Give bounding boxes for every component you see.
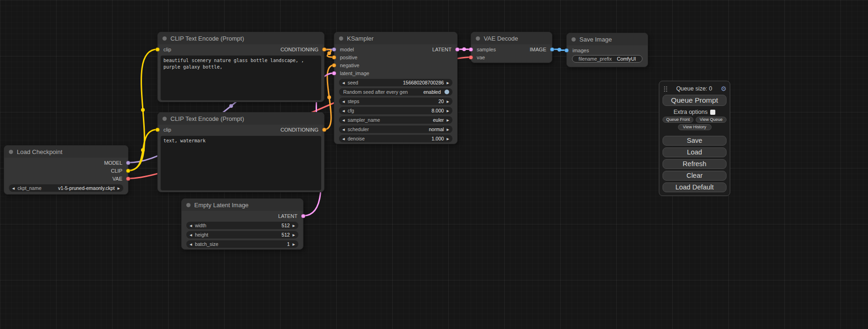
increment-arrow-icon[interactable]: ▶ xyxy=(447,100,449,103)
increment-arrow-icon[interactable]: ▶ xyxy=(118,187,120,190)
settings-gear-icon[interactable]: ⚙ xyxy=(720,85,727,92)
output-slot-clip[interactable] xyxy=(126,168,130,173)
node-title: Load Checkpoint xyxy=(17,148,63,155)
decrement-arrow-icon[interactable]: ◀ xyxy=(342,109,345,112)
collapse-dot-icon[interactable] xyxy=(162,117,167,121)
input-slot-model[interactable] xyxy=(332,47,336,51)
input-slot-clip[interactable] xyxy=(155,47,160,51)
widget-filename-prefix[interactable]: filename_prefix ComfyUI xyxy=(572,55,642,63)
input-slot-clip[interactable] xyxy=(155,127,160,132)
widget-width[interactable]: ◀ width 512 ▶ xyxy=(186,222,298,229)
input-slot-samples[interactable] xyxy=(469,47,473,51)
save-button[interactable]: Save xyxy=(663,136,727,146)
widget-sampler-name[interactable]: ◀ sampler_name euler ▶ xyxy=(339,116,452,124)
refresh-button[interactable]: Refresh xyxy=(663,159,727,169)
node-title-bar[interactable]: Load Checkpoint xyxy=(4,146,128,158)
output-slot-image[interactable] xyxy=(550,47,554,51)
widget-batch-size[interactable]: ◀ batch_size 1 ▶ xyxy=(186,240,298,248)
collapse-dot-icon[interactable] xyxy=(476,36,480,41)
node-clip-text-encode-positive[interactable]: CLIP Text Encode (Prompt) clip CONDITION… xyxy=(157,32,325,102)
widget-steps[interactable]: ◀ steps 20 ▶ xyxy=(339,98,452,105)
node-title-bar[interactable]: CLIP Text Encode (Prompt) xyxy=(158,112,324,125)
decrement-arrow-icon[interactable]: ◀ xyxy=(190,243,192,246)
widget-denoise[interactable]: ◀ denoise 1.000 ▶ xyxy=(339,135,452,142)
slot-row: CLIP xyxy=(4,167,128,175)
node-title-bar[interactable]: KSampler xyxy=(334,32,457,44)
extra-options-label: Extra options xyxy=(674,109,708,115)
view-history-button[interactable]: View History xyxy=(678,124,712,130)
decrement-arrow-icon[interactable]: ◀ xyxy=(342,137,345,140)
decrement-arrow-icon[interactable]: ◀ xyxy=(342,128,345,131)
increment-arrow-icon[interactable]: ▶ xyxy=(447,137,449,140)
input-slot-negative[interactable] xyxy=(332,63,336,67)
queue-prompt-button[interactable]: Queue Prompt xyxy=(663,95,727,106)
decrement-arrow-icon[interactable]: ◀ xyxy=(342,81,345,84)
widget-ckpt-name[interactable]: ◀ ckpt_name v1-5-pruned-emaonly.ckpt ▶ xyxy=(9,184,123,192)
input-slot-label: positive xyxy=(340,55,357,60)
node-vae-decode[interactable]: VAE Decode samples IMAGE vae xyxy=(471,32,552,63)
output-slot-conditioning[interactable] xyxy=(322,47,326,51)
widget-scheduler[interactable]: ◀ scheduler normal ▶ xyxy=(339,126,452,133)
decrement-arrow-icon[interactable]: ◀ xyxy=(342,100,345,103)
node-title-bar[interactable]: CLIP Text Encode (Prompt) xyxy=(158,32,324,44)
widget-height[interactable]: ◀ height 512 ▶ xyxy=(186,231,298,238)
widget-value: 8.000 xyxy=(431,108,444,113)
widget-name: denoise xyxy=(347,136,365,141)
prompt-textarea[interactable]: text, watermark xyxy=(161,136,321,190)
increment-arrow-icon[interactable]: ▶ xyxy=(293,233,295,237)
decrement-arrow-icon[interactable]: ◀ xyxy=(342,119,345,122)
view-queue-button[interactable]: View Queue xyxy=(696,117,727,123)
queue-front-button[interactable]: Queue Front xyxy=(663,117,693,123)
input-slot-vae[interactable] xyxy=(469,55,473,59)
output-slot-latent[interactable] xyxy=(301,214,305,218)
output-slot-latent[interactable] xyxy=(455,47,459,51)
slot-row: images xyxy=(567,46,648,54)
node-ksampler[interactable]: KSampler model LATENT positive negative … xyxy=(334,32,458,144)
input-slot-positive[interactable] xyxy=(332,55,336,59)
output-slot-model[interactable] xyxy=(126,161,130,165)
increment-arrow-icon[interactable]: ▶ xyxy=(447,81,449,84)
node-save-image[interactable]: Save Image images filename_prefix ComfyU… xyxy=(566,33,648,67)
decrement-arrow-icon[interactable]: ◀ xyxy=(190,233,192,237)
widget-name: height xyxy=(195,232,208,238)
widget-name: filename_prefix xyxy=(579,56,612,62)
widget-cfg[interactable]: ◀ cfg 8.000 ▶ xyxy=(339,107,452,114)
prompt-textarea[interactable]: beautiful scenery nature glass bottle la… xyxy=(161,56,321,100)
widget-seed[interactable]: ◀ seed 156680208700286 ▶ xyxy=(339,79,452,86)
menu-header: Queue size: 0 ⚙ xyxy=(663,84,727,93)
output-slot-label: CLIP xyxy=(111,168,122,174)
collapse-dot-icon[interactable] xyxy=(162,36,167,41)
load-button[interactable]: Load xyxy=(663,147,727,157)
increment-arrow-icon[interactable]: ▶ xyxy=(447,119,449,122)
output-slot-conditioning[interactable] xyxy=(322,127,326,132)
widget-name: steps xyxy=(347,98,359,104)
increment-arrow-icon[interactable]: ▶ xyxy=(447,128,449,131)
input-slot-label: vae xyxy=(477,55,485,60)
node-empty-latent-image[interactable]: Empty Latent Image LATENT ◀ width 512 ▶ … xyxy=(181,198,303,250)
increment-arrow-icon[interactable]: ▶ xyxy=(293,224,295,227)
node-graph-canvas[interactable]: Load Checkpoint MODEL CLIP VAE ◀ ckpt_na… xyxy=(0,0,868,329)
node-title-bar[interactable]: Empty Latent Image xyxy=(182,199,303,211)
collapse-dot-icon[interactable] xyxy=(186,203,191,207)
node-title: VAE Decode xyxy=(484,35,518,42)
input-slot-latent-image[interactable] xyxy=(332,71,336,75)
decrement-arrow-icon[interactable]: ◀ xyxy=(12,187,14,190)
load-default-button[interactable]: Load Default xyxy=(663,182,727,192)
drag-handle-icon[interactable] xyxy=(663,86,668,92)
node-load-checkpoint[interactable]: Load Checkpoint MODEL CLIP VAE ◀ ckpt_na… xyxy=(4,145,128,195)
collapse-dot-icon[interactable] xyxy=(9,150,13,154)
clear-button[interactable]: Clear xyxy=(663,171,727,181)
extra-options-checkbox[interactable] xyxy=(710,110,715,115)
input-slot-images[interactable] xyxy=(565,48,569,52)
increment-arrow-icon[interactable]: ▶ xyxy=(293,243,295,246)
node-clip-text-encode-negative[interactable]: CLIP Text Encode (Prompt) clip CONDITION… xyxy=(157,112,325,192)
widget-random-seed-toggle[interactable]: Random seed after every gen enabled xyxy=(339,88,452,96)
node-title-bar[interactable]: Save Image xyxy=(567,33,648,45)
toggle-dot-icon[interactable] xyxy=(445,90,449,94)
collapse-dot-icon[interactable] xyxy=(572,37,576,42)
increment-arrow-icon[interactable]: ▶ xyxy=(447,109,449,112)
output-slot-vae[interactable] xyxy=(126,176,130,181)
collapse-dot-icon[interactable] xyxy=(339,36,343,41)
node-title-bar[interactable]: VAE Decode xyxy=(471,32,552,44)
decrement-arrow-icon[interactable]: ◀ xyxy=(190,224,192,227)
